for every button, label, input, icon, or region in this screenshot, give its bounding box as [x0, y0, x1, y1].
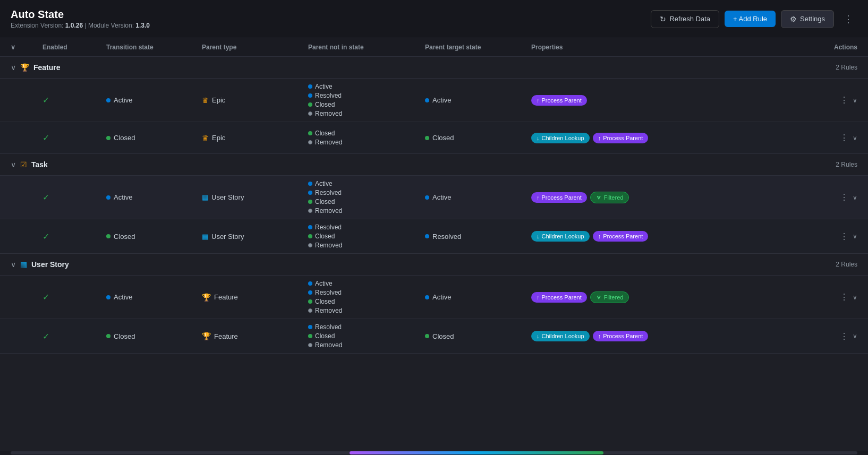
row-expand-icon[interactable]: ∨	[853, 332, 857, 340]
group-task-header: ∨ ☑ Task 2 Rules	[0, 154, 868, 176]
feature-type-icon: 🏆	[20, 63, 29, 72]
properties-cell: ↓ Children Lookup ↑ Process Parent	[531, 327, 804, 346]
collapse-all-icon[interactable]: ∨	[11, 44, 15, 51]
version-info: Extension Version: 1.0.26 | Module Versi…	[11, 22, 150, 29]
table-row: ✓ Closed ♛ Epic Closed Removed	[0, 122, 868, 154]
enabled-cell	[11, 293, 42, 302]
up-arrow-icon: ↑	[598, 135, 601, 141]
row-more-icon[interactable]: ⋮	[840, 331, 848, 341]
enabled-cell	[11, 96, 42, 105]
state-dot	[308, 191, 312, 195]
target-dot	[425, 136, 429, 140]
process-parent-badge[interactable]: ↑ Process Parent	[531, 292, 587, 303]
ext-version-label: Extension Version:	[11, 22, 63, 29]
up-arrow-icon: ↑	[598, 233, 601, 239]
target-state-label: Active	[432, 193, 451, 201]
header: Auto State Extension Version: 1.0.26 | M…	[0, 0, 868, 38]
children-lookup-badge[interactable]: ↓ Children Lookup	[531, 331, 590, 341]
ext-version-value: 1.0.26	[65, 22, 83, 29]
row-more-icon[interactable]: ⋮	[840, 192, 848, 202]
children-lookup-badge[interactable]: ↓ Children Lookup	[531, 133, 590, 143]
row-more-icon[interactable]: ⋮	[840, 231, 848, 242]
row-expand-icon[interactable]: ∨	[853, 134, 857, 142]
process-parent-badge[interactable]: ↑ Process Parent	[531, 95, 587, 106]
row-expand-icon[interactable]: ∨	[853, 97, 857, 104]
filtered-badge[interactable]: ⛛ Filtered	[590, 291, 629, 303]
transition-state-cell: Closed	[106, 130, 202, 146]
state-item: Removed	[308, 307, 425, 314]
enabled-cell	[11, 134, 42, 142]
actions-cell: ⋮ ∨	[804, 331, 857, 341]
scrollbar-area	[0, 451, 868, 455]
target-dot	[425, 295, 429, 299]
state-item: Closed	[308, 130, 425, 137]
userstory-collapse-icon[interactable]: ∨	[11, 260, 16, 269]
parent-type-label: Epic	[212, 96, 225, 104]
enabled-cell	[11, 193, 42, 202]
state-dot	[308, 308, 312, 313]
userstory-rules-count: 2 Rules	[836, 261, 857, 268]
target-state-cell: Closed	[425, 328, 531, 345]
state-dot	[106, 195, 110, 200]
header-left: Auto State Extension Version: 1.0.26 | M…	[11, 8, 150, 29]
children-lookup-badge[interactable]: ↓ Children Lookup	[531, 231, 590, 242]
target-state-cell: Resolved	[425, 228, 531, 245]
state-dot	[308, 140, 312, 144]
row-more-icon[interactable]: ⋮	[840, 133, 848, 143]
process-parent-badge[interactable]: ↑ Process Parent	[593, 231, 649, 242]
refresh-button[interactable]: ↻ Refresh Data	[651, 10, 719, 28]
properties-cell: ↑ Process Parent ⛛ Filtered	[531, 187, 804, 208]
state-dot	[308, 209, 312, 213]
enabled-cell	[11, 332, 42, 340]
parent-type-label: Feature	[214, 332, 238, 340]
table-header: ∨ Enabled Transition state Parent type P…	[0, 38, 868, 57]
feature-collapse-icon[interactable]: ∨	[11, 63, 16, 72]
state-dot	[308, 93, 312, 98]
row-expand-icon[interactable]: ∨	[853, 294, 857, 301]
parent-type-cell: 🏆 Feature	[202, 289, 308, 306]
parent-type-icon: ♛	[202, 134, 209, 142]
col-parent-type: Parent type	[202, 44, 308, 51]
table-row: ✓ Active ▦ User Story Active Resolved	[0, 176, 868, 219]
app-container: Auto State Extension Version: 1.0.26 | M…	[0, 0, 868, 354]
module-version-label: Module Version:	[88, 22, 134, 29]
state-dot	[106, 98, 110, 102]
target-dot	[425, 98, 429, 102]
process-parent-badge[interactable]: ↑ Process Parent	[593, 133, 649, 143]
row-more-icon[interactable]: ⋮	[840, 95, 848, 105]
target-state-cell: Active	[425, 92, 531, 108]
state-dot	[308, 225, 312, 229]
settings-button[interactable]: ⚙ Settings	[781, 10, 834, 28]
add-rule-button[interactable]: + Add Rule	[725, 11, 776, 27]
row-expand-icon[interactable]: ∨	[853, 194, 857, 201]
state-dot	[308, 102, 312, 107]
col-collapse: ∨	[11, 44, 42, 51]
state-dot	[106, 234, 110, 238]
app-title: Auto State	[11, 8, 150, 21]
scrollbar-thumb[interactable]	[350, 451, 603, 454]
not-in-states-cell: Closed Removed	[308, 125, 425, 150]
state-dot	[308, 243, 312, 247]
row-expand-icon[interactable]: ∨	[853, 233, 857, 240]
feature-rules-count: 2 Rules	[836, 64, 857, 71]
parent-type-icon: 🏆	[202, 293, 211, 302]
process-parent-badge[interactable]: ↑ Process Parent	[531, 192, 587, 203]
scrollbar-track[interactable]	[11, 451, 857, 454]
group-userstory-left: ∨ ▦ User Story	[11, 260, 69, 269]
col-enabled: Enabled	[42, 44, 106, 51]
row-more-icon[interactable]: ⋮	[840, 292, 848, 302]
more-options-button[interactable]: ⋮	[839, 11, 857, 27]
main-content: ∨ 🏆 Feature 2 Rules ✓ Active ♛ Epic	[0, 57, 868, 354]
task-collapse-icon[interactable]: ∨	[11, 160, 16, 169]
state-dot	[308, 200, 312, 204]
process-parent-badge[interactable]: ↑ Process Parent	[593, 331, 649, 341]
target-state-label: Closed	[432, 332, 454, 340]
target-dot	[425, 195, 429, 200]
transition-state-label: Closed	[114, 233, 135, 241]
refresh-icon: ↻	[660, 15, 666, 23]
feature-group-title: Feature	[33, 63, 61, 72]
state-item: Removed	[308, 110, 425, 117]
up-arrow-icon: ↑	[537, 194, 540, 201]
not-in-states-cell: Resolved Closed Removed	[308, 219, 425, 253]
filtered-badge[interactable]: ⛛ Filtered	[590, 192, 629, 203]
